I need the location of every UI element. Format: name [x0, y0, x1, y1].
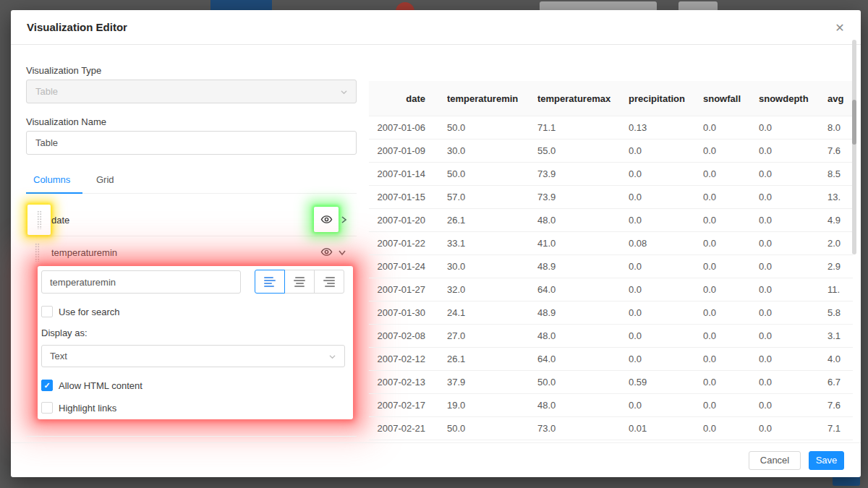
visualization-name-label: Visualization Name: [26, 116, 106, 127]
column-row-date[interactable]: date: [26, 203, 357, 236]
table-cell: 0.0: [629, 168, 703, 179]
table-row: 2007-01-1450.073.90.00.00.08.5: [369, 163, 853, 186]
visualization-name-input[interactable]: [26, 131, 357, 155]
table-cell: 0.0: [759, 238, 827, 249]
table-cell: 0.0: [629, 354, 703, 364]
table-cell: 7.1: [827, 423, 853, 434]
table-row: 2007-01-2732.064.00.00.00.011.: [369, 278, 853, 301]
align-center-icon: [294, 277, 305, 287]
table-cell: 73.0: [537, 423, 629, 434]
table-cell: 0.0: [759, 215, 827, 226]
table-cell: 0.0: [759, 400, 827, 411]
allow-html-checkbox[interactable]: ✓: [41, 380, 53, 391]
table-cell: 8.5: [827, 168, 853, 179]
table-cell: 0.0: [703, 377, 759, 388]
table-header-cell[interactable]: precipitation: [629, 93, 703, 104]
table-cell: 2007-02-17: [369, 400, 425, 411]
drag-handle-icon[interactable]: [37, 210, 42, 229]
table-cell: 2007-01-24: [369, 261, 425, 272]
chevron-down-icon: [329, 354, 336, 360]
table-header-cell[interactable]: snowfall: [703, 93, 759, 104]
table-cell: 0.0: [629, 284, 703, 295]
column-row-temperaturemin[interactable]: temperaturemin: [26, 236, 357, 267]
table-cell: 0.0: [703, 284, 759, 295]
table-cell: 2007-02-08: [369, 330, 425, 341]
table-cell: 50.0: [447, 122, 537, 133]
preview-table-header: datetemperaturemintemperaturemaxprecipit…: [369, 81, 853, 116]
table-cell: 50.0: [537, 377, 629, 388]
align-left-button[interactable]: [255, 270, 285, 294]
table-row: 2007-02-0827.048.00.00.00.03.1: [369, 325, 853, 348]
tab-columns[interactable]: Columns: [33, 174, 70, 185]
align-center-button[interactable]: [284, 270, 315, 294]
table-header-cell[interactable]: temperaturemin: [447, 93, 537, 104]
tab-grid[interactable]: Grid: [96, 174, 114, 185]
tab-bar: Columns Grid: [26, 172, 357, 194]
allow-html-label[interactable]: Allow HTML content: [59, 380, 142, 391]
table-cell: 0.0: [629, 145, 703, 156]
table-header-cell[interactable]: date: [369, 93, 425, 104]
drag-handle-highlight: [27, 205, 51, 235]
highlight-links-row[interactable]: Highlight links: [41, 402, 116, 414]
table-row: 2007-01-0650.071.10.130.00.08.0: [369, 116, 853, 140]
table-cell: 30.0: [447, 261, 537, 272]
table-cell: 7.6: [827, 400, 853, 411]
table-cell: 0.0: [703, 423, 759, 434]
use-for-search-checkbox[interactable]: [41, 306, 53, 317]
table-cell: 2007-01-09: [369, 145, 425, 156]
table-cell: 0.0: [703, 168, 759, 179]
chevron-right-icon[interactable]: [339, 215, 348, 224]
table-header-cell[interactable]: temperaturemax: [537, 93, 629, 104]
visualization-type-label: Visualization Type: [26, 65, 101, 76]
scrollbar-thumb[interactable]: [852, 100, 856, 145]
use-for-search-label[interactable]: Use for search: [59, 307, 120, 317]
eye-icon[interactable]: [320, 213, 333, 226]
table-cell: 30.0: [447, 145, 537, 156]
visualization-type-select[interactable]: Table: [26, 80, 357, 103]
table-row: 2007-02-1719.048.00.00.00.07.6: [369, 394, 853, 417]
table-cell: 0.0: [703, 215, 759, 226]
table-row: 2007-02-2150.073.00.010.00.07.1: [369, 417, 853, 440]
align-right-icon: [323, 277, 335, 287]
table-cell: 0.0: [629, 330, 703, 341]
close-icon[interactable]: ✕: [832, 20, 848, 36]
table-cell: 26.1: [447, 354, 537, 364]
display-as-select[interactable]: Text: [41, 345, 345, 367]
eye-icon[interactable]: [320, 246, 333, 258]
visualization-editor-modal: Visualization Editor ✕ Visualization Typ…: [11, 10, 861, 477]
table-header-cell[interactable]: avg: [827, 93, 853, 104]
column-name-input[interactable]: [41, 270, 241, 294]
scrollbar-track[interactable]: [852, 40, 856, 254]
table-header-cell[interactable]: snowdepth: [759, 93, 827, 104]
table-cell: 0.0: [629, 261, 703, 272]
table-cell: 0.0: [703, 192, 759, 202]
save-button[interactable]: Save: [809, 451, 844, 470]
table-cell: 48.9: [537, 261, 629, 272]
highlight-links-label[interactable]: Highlight links: [59, 403, 116, 414]
table-cell: 0.0: [703, 400, 759, 411]
align-right-button[interactable]: [314, 270, 344, 294]
preview-table: datetemperaturemintemperaturemaxprecipit…: [369, 46, 853, 450]
list-divider: [26, 436, 357, 437]
table-cell: 2007-02-21: [369, 423, 425, 434]
table-cell: 0.0: [703, 145, 759, 156]
table-cell: 48.0: [537, 330, 629, 341]
preview-table-body: 2007-01-0650.071.10.130.00.08.02007-01-0…: [369, 116, 853, 440]
table-cell: 0.59: [629, 377, 703, 388]
table-row: 2007-01-0930.055.00.00.00.07.6: [369, 140, 853, 163]
table-cell: 5.8: [827, 307, 853, 318]
drag-handle-icon[interactable]: [35, 243, 40, 262]
table-cell: 73.9: [537, 168, 629, 179]
highlight-links-checkbox[interactable]: [41, 402, 53, 414]
table-cell: 0.01: [629, 423, 703, 434]
cancel-button[interactable]: Cancel: [749, 451, 801, 470]
table-cell: 0.0: [703, 354, 759, 364]
use-for-search-row[interactable]: Use for search: [41, 306, 120, 317]
allow-html-row[interactable]: ✓ Allow HTML content: [41, 380, 142, 391]
table-cell: 2007-02-13: [369, 377, 425, 388]
table-cell: 7.6: [827, 145, 853, 156]
alignment-button-group: [255, 270, 344, 294]
visibility-toggle-highlight: [314, 207, 339, 232]
chevron-down-icon[interactable]: [338, 248, 346, 257]
table-cell: 57.0: [447, 192, 537, 202]
